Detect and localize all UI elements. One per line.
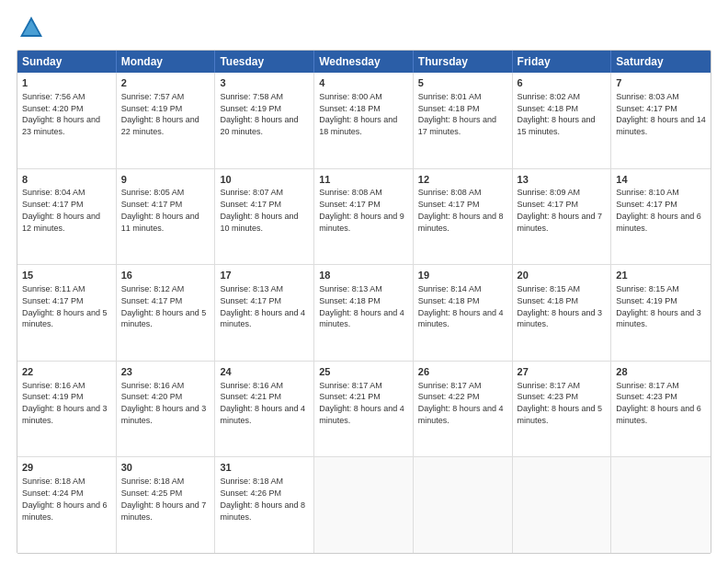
cal-cell: 7Sunrise: 8:03 AMSunset: 4:17 PMDaylight… bbox=[611, 73, 711, 168]
day-number: 26 bbox=[418, 365, 507, 379]
cal-cell: 3Sunrise: 7:58 AMSunset: 4:19 PMDaylight… bbox=[215, 73, 314, 168]
day-number: 28 bbox=[616, 365, 706, 379]
cell-info: Sunrise: 8:02 AMSunset: 4:18 PMDaylight:… bbox=[518, 92, 596, 136]
cell-info: Sunrise: 8:17 AMSunset: 4:22 PMDaylight:… bbox=[418, 381, 504, 425]
day-number: 22 bbox=[22, 365, 111, 379]
cell-info: Sunrise: 8:17 AMSunset: 4:23 PMDaylight:… bbox=[616, 381, 701, 425]
cell-info: Sunrise: 8:16 AMSunset: 4:19 PMDaylight:… bbox=[22, 381, 108, 425]
cal-cell: 14Sunrise: 8:10 AMSunset: 4:17 PMDayligh… bbox=[611, 169, 711, 265]
day-number: 27 bbox=[518, 365, 607, 379]
day-number: 14 bbox=[616, 173, 706, 187]
cal-row-1: 8Sunrise: 8:04 AMSunset: 4:17 PMDaylight… bbox=[17, 169, 711, 266]
cell-info: Sunrise: 8:00 AMSunset: 4:18 PMDaylight:… bbox=[319, 92, 397, 136]
day-number: 29 bbox=[22, 461, 111, 475]
cal-cell: 19Sunrise: 8:14 AMSunset: 4:18 PMDayligh… bbox=[414, 265, 513, 361]
cal-cell bbox=[314, 457, 414, 553]
cal-cell: 13Sunrise: 8:09 AMSunset: 4:17 PMDayligh… bbox=[513, 169, 612, 265]
cal-cell: 2Sunrise: 7:57 AMSunset: 4:19 PMDaylight… bbox=[117, 73, 216, 168]
cell-info: Sunrise: 8:13 AMSunset: 4:18 PMDaylight:… bbox=[319, 284, 404, 328]
cal-cell: 6Sunrise: 8:02 AMSunset: 4:18 PMDaylight… bbox=[513, 73, 612, 168]
cell-info: Sunrise: 8:16 AMSunset: 4:21 PMDaylight:… bbox=[220, 381, 305, 425]
cal-cell bbox=[611, 457, 711, 553]
day-number: 5 bbox=[418, 76, 507, 90]
cal-cell: 29Sunrise: 8:18 AMSunset: 4:24 PMDayligh… bbox=[17, 457, 117, 553]
weekday-header-monday: Monday bbox=[117, 51, 216, 73]
cal-row-3: 22Sunrise: 8:16 AMSunset: 4:19 PMDayligh… bbox=[17, 362, 711, 458]
day-number: 7 bbox=[616, 76, 706, 90]
day-number: 30 bbox=[121, 461, 210, 475]
cal-cell bbox=[513, 457, 612, 553]
cell-info: Sunrise: 8:13 AMSunset: 4:17 PMDaylight:… bbox=[220, 284, 305, 328]
cell-info: Sunrise: 8:04 AMSunset: 4:17 PMDaylight:… bbox=[22, 188, 100, 232]
cell-info: Sunrise: 7:58 AMSunset: 4:19 PMDaylight:… bbox=[220, 92, 298, 136]
cell-info: Sunrise: 8:16 AMSunset: 4:20 PMDaylight:… bbox=[121, 381, 207, 425]
cal-cell: 17Sunrise: 8:13 AMSunset: 4:17 PMDayligh… bbox=[215, 265, 314, 361]
cal-cell: 27Sunrise: 8:17 AMSunset: 4:23 PMDayligh… bbox=[513, 362, 612, 457]
day-number: 2 bbox=[121, 76, 210, 90]
weekday-header-saturday: Saturday bbox=[611, 51, 711, 73]
cal-cell: 30Sunrise: 8:18 AMSunset: 4:25 PMDayligh… bbox=[117, 457, 216, 553]
cell-info: Sunrise: 8:08 AMSunset: 4:17 PMDaylight:… bbox=[418, 188, 504, 232]
day-number: 31 bbox=[220, 461, 309, 475]
cell-info: Sunrise: 8:05 AMSunset: 4:17 PMDaylight:… bbox=[121, 188, 199, 232]
day-number: 20 bbox=[518, 269, 607, 282]
cal-row-2: 15Sunrise: 8:11 AMSunset: 4:17 PMDayligh… bbox=[17, 265, 711, 362]
day-number: 21 bbox=[616, 269, 706, 282]
cal-row-4: 29Sunrise: 8:18 AMSunset: 4:24 PMDayligh… bbox=[17, 457, 711, 553]
day-number: 23 bbox=[121, 365, 210, 379]
day-number: 6 bbox=[518, 76, 607, 90]
cell-info: Sunrise: 8:08 AMSunset: 4:17 PMDaylight:… bbox=[319, 188, 404, 232]
cal-cell: 8Sunrise: 8:04 AMSunset: 4:17 PMDaylight… bbox=[17, 169, 117, 265]
cal-cell: 11Sunrise: 8:08 AMSunset: 4:17 PMDayligh… bbox=[314, 169, 414, 265]
cell-info: Sunrise: 8:17 AMSunset: 4:21 PMDaylight:… bbox=[319, 381, 404, 425]
day-number: 4 bbox=[319, 76, 408, 90]
weekday-header-thursday: Thursday bbox=[414, 51, 513, 73]
cell-info: Sunrise: 8:07 AMSunset: 4:17 PMDaylight:… bbox=[220, 188, 298, 232]
weekday-header-tuesday: Tuesday bbox=[215, 51, 314, 73]
cal-cell: 24Sunrise: 8:16 AMSunset: 4:21 PMDayligh… bbox=[215, 362, 314, 457]
cal-cell: 4Sunrise: 8:00 AMSunset: 4:18 PMDaylight… bbox=[314, 73, 414, 168]
cell-info: Sunrise: 8:15 AMSunset: 4:19 PMDaylight:… bbox=[616, 284, 701, 328]
cell-info: Sunrise: 7:57 AMSunset: 4:19 PMDaylight:… bbox=[121, 92, 199, 136]
day-number: 13 bbox=[518, 173, 607, 187]
cell-info: Sunrise: 7:56 AMSunset: 4:20 PMDaylight:… bbox=[22, 92, 100, 136]
day-number: 15 bbox=[22, 269, 111, 282]
cell-info: Sunrise: 8:18 AMSunset: 4:24 PMDaylight:… bbox=[22, 477, 108, 521]
logo-icon bbox=[18, 15, 44, 40]
cal-cell bbox=[414, 457, 513, 553]
cal-cell: 18Sunrise: 8:13 AMSunset: 4:18 PMDayligh… bbox=[314, 265, 414, 361]
day-number: 8 bbox=[22, 173, 111, 187]
weekday-header-sunday: Sunday bbox=[17, 51, 117, 73]
cal-cell: 10Sunrise: 8:07 AMSunset: 4:17 PMDayligh… bbox=[215, 169, 314, 265]
weekday-header-friday: Friday bbox=[513, 51, 612, 73]
cal-cell: 25Sunrise: 8:17 AMSunset: 4:21 PMDayligh… bbox=[314, 362, 414, 457]
day-number: 18 bbox=[319, 269, 408, 282]
cell-info: Sunrise: 8:01 AMSunset: 4:18 PMDaylight:… bbox=[418, 92, 496, 136]
calendar-body: 1Sunrise: 7:56 AMSunset: 4:20 PMDaylight… bbox=[17, 73, 711, 553]
cell-info: Sunrise: 8:03 AMSunset: 4:17 PMDaylight:… bbox=[616, 92, 706, 136]
cal-cell: 20Sunrise: 8:15 AMSunset: 4:18 PMDayligh… bbox=[513, 265, 612, 361]
day-number: 1 bbox=[22, 76, 111, 90]
calendar: SundayMondayTuesdayWednesdayThursdayFrid… bbox=[17, 50, 711, 554]
page: SundayMondayTuesdayWednesdayThursdayFrid… bbox=[0, 0, 728, 563]
cell-info: Sunrise: 8:10 AMSunset: 4:17 PMDaylight:… bbox=[616, 188, 701, 232]
logo bbox=[17, 15, 44, 40]
day-number: 19 bbox=[418, 269, 507, 282]
cal-cell: 26Sunrise: 8:17 AMSunset: 4:22 PMDayligh… bbox=[414, 362, 513, 457]
cal-cell: 22Sunrise: 8:16 AMSunset: 4:19 PMDayligh… bbox=[17, 362, 117, 457]
cell-info: Sunrise: 8:12 AMSunset: 4:17 PMDaylight:… bbox=[121, 284, 207, 328]
day-number: 16 bbox=[121, 269, 210, 282]
day-number: 17 bbox=[220, 269, 309, 282]
day-number: 11 bbox=[319, 173, 408, 187]
cal-cell: 5Sunrise: 8:01 AMSunset: 4:18 PMDaylight… bbox=[414, 73, 513, 168]
cell-info: Sunrise: 8:17 AMSunset: 4:23 PMDaylight:… bbox=[518, 381, 603, 425]
day-number: 24 bbox=[220, 365, 309, 379]
day-number: 3 bbox=[220, 76, 309, 90]
cal-cell: 21Sunrise: 8:15 AMSunset: 4:19 PMDayligh… bbox=[611, 265, 711, 361]
cal-cell: 31Sunrise: 8:18 AMSunset: 4:26 PMDayligh… bbox=[215, 457, 314, 553]
cell-info: Sunrise: 8:15 AMSunset: 4:18 PMDaylight:… bbox=[518, 284, 603, 328]
cal-row-0: 1Sunrise: 7:56 AMSunset: 4:20 PMDaylight… bbox=[17, 73, 711, 169]
cell-info: Sunrise: 8:18 AMSunset: 4:26 PMDaylight:… bbox=[220, 477, 305, 521]
cal-cell: 16Sunrise: 8:12 AMSunset: 4:17 PMDayligh… bbox=[117, 265, 216, 361]
cal-cell: 23Sunrise: 8:16 AMSunset: 4:20 PMDayligh… bbox=[117, 362, 216, 457]
